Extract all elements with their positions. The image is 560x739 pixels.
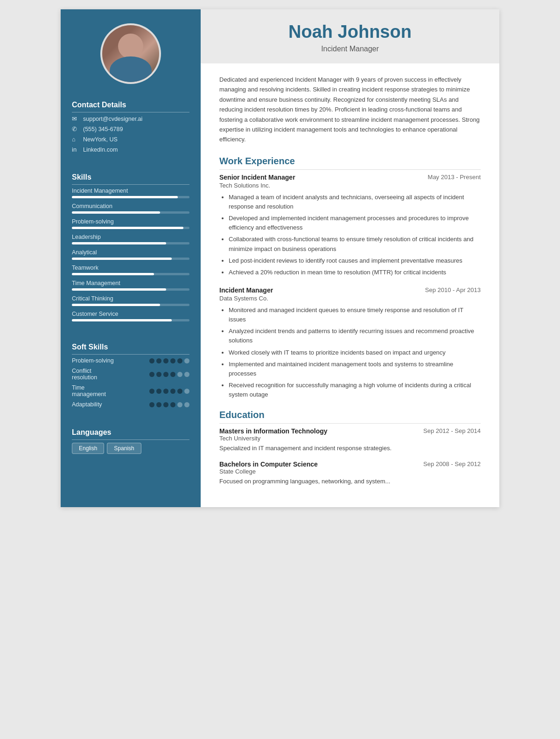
- work-bullet: Developed and implemented incident manag…: [229, 214, 481, 232]
- summary: Dedicated and experienced Incident Manag…: [219, 75, 481, 145]
- skill-name: Time Management: [72, 280, 189, 286]
- work-bullet: Received recognition for successfully ma…: [229, 381, 481, 399]
- dot: [163, 358, 168, 363]
- dot: [149, 402, 154, 407]
- work-company: Tech Solutions Inc.: [219, 182, 481, 189]
- work-date: Sep 2010 - Apr 2013: [425, 286, 481, 293]
- edu-entry: Bachelors in Computer Science Sep 2008 -…: [219, 460, 481, 486]
- dot: [163, 389, 168, 394]
- dot: [170, 358, 175, 363]
- work-bullet: Managed a team of incident analysts and …: [229, 193, 481, 211]
- skill-bar-fill: [72, 288, 166, 291]
- avatar-section: [61, 9, 201, 93]
- main-body: Dedicated and experienced Incident Manag…: [201, 63, 499, 507]
- skill-bar-bg: [72, 319, 189, 321]
- work-bullets: Managed a team of incident analysts and …: [219, 193, 481, 277]
- candidate-name: Noah Johnson: [219, 22, 481, 42]
- jobs-list: Senior Incident Manager May 2013 - Prese…: [219, 174, 481, 399]
- work-bullet: Collaborated with cross-functional teams…: [229, 235, 481, 253]
- soft-skill-name: Conflictresolution: [72, 368, 149, 381]
- soft-skills-section: Soft Skills Problem-solving Conflictreso…: [61, 343, 201, 421]
- skill-name: Critical Thinking: [72, 295, 189, 302]
- dot: [177, 389, 182, 394]
- dot: [177, 358, 182, 363]
- edu-entry: Masters in Information Technology Sep 20…: [219, 427, 481, 453]
- dot: [177, 372, 182, 377]
- work-title: Senior Incident Manager: [219, 174, 295, 181]
- skill-item: Time Management: [72, 280, 189, 291]
- dots-container: [149, 372, 189, 377]
- skill-bar-bg: [72, 273, 189, 275]
- candidate-title: Incident Manager: [219, 45, 481, 53]
- skill-bar-fill: [72, 273, 154, 275]
- skill-bar-bg: [72, 304, 189, 306]
- avatar-image: [102, 25, 159, 82]
- work-bullet: Led post-incident reviews to identify ro…: [229, 256, 481, 265]
- dots-container: [149, 358, 189, 363]
- soft-skills-list: Problem-solving Conflictresolution Timem…: [72, 357, 189, 408]
- dot: [170, 389, 175, 394]
- edu-school: State College: [219, 468, 481, 475]
- skill-bar-fill: [72, 227, 183, 229]
- skill-name: Problem-solving: [72, 218, 189, 225]
- edu-degree: Bachelors in Computer Science: [219, 460, 318, 468]
- skill-item: Teamwork: [72, 265, 189, 275]
- skill-name: Communication: [72, 203, 189, 209]
- education-section: Education Masters in Information Technol…: [219, 410, 481, 486]
- skill-item: Critical Thinking: [72, 295, 189, 306]
- dot: [184, 372, 189, 377]
- dot: [170, 372, 175, 377]
- avatar: [100, 23, 161, 84]
- dot: [170, 402, 175, 407]
- dot: [156, 372, 161, 377]
- skills-list: Incident Management Communication Proble…: [72, 188, 189, 321]
- skill-item: Incident Management: [72, 188, 189, 198]
- soft-skill-item: Timemanagement: [72, 384, 189, 397]
- work-bullet: Monitored and managed incident queues to…: [229, 306, 481, 324]
- edu-school: Tech University: [219, 435, 481, 442]
- work-header: Senior Incident Manager May 2013 - Prese…: [219, 174, 481, 181]
- education-list: Masters in Information Technology Sep 20…: [219, 427, 481, 486]
- dot: [156, 358, 161, 363]
- header-section: Noah Johnson Incident Manager: [201, 9, 499, 63]
- email-icon: ✉: [72, 115, 79, 122]
- dot: [149, 372, 154, 377]
- work-bullet: Achieved a 20% reduction in mean time to…: [229, 268, 481, 277]
- dot: [184, 402, 189, 407]
- skill-item: Leadership: [72, 234, 189, 244]
- dot: [184, 358, 189, 363]
- skill-bar-fill: [72, 242, 166, 244]
- dot: [177, 402, 182, 407]
- dots-container: [149, 389, 189, 394]
- skill-name: Incident Management: [72, 188, 189, 194]
- skill-name: Leadership: [72, 234, 189, 240]
- linkedin-icon: in: [72, 146, 79, 153]
- work-entry: Senior Incident Manager May 2013 - Prese…: [219, 174, 481, 277]
- work-bullet: Analyzed incident trends and patterns to…: [229, 327, 481, 345]
- work-bullets: Monitored and managed incident queues to…: [219, 306, 481, 399]
- edu-header: Masters in Information Technology Sep 20…: [219, 427, 481, 435]
- skill-item: Problem-solving: [72, 218, 189, 229]
- dot: [149, 389, 154, 394]
- contact-phone: ✆ (555) 345-6789: [72, 125, 189, 132]
- edu-desc: Specialized in IT management and inciden…: [219, 444, 481, 453]
- contact-location: ⌂ NewYork, US: [72, 136, 189, 143]
- edu-date: Sep 2008 - Sep 2012: [423, 460, 481, 467]
- soft-skill-name: Adaptability: [72, 401, 149, 408]
- soft-skill-name: Timemanagement: [72, 384, 149, 397]
- skill-bar-fill: [72, 196, 178, 198]
- work-title: Incident Manager: [219, 286, 273, 294]
- edu-header: Bachelors in Computer Science Sep 2008 -…: [219, 460, 481, 468]
- skill-bar-fill: [72, 258, 172, 260]
- resume-container: Contact Details ✉ support@cvdesigner.ai …: [61, 9, 499, 507]
- dot: [163, 402, 168, 407]
- skill-bar-bg: [72, 196, 189, 198]
- skill-bar-fill: [72, 211, 160, 214]
- skill-bar-bg: [72, 288, 189, 291]
- skill-item: Customer Service: [72, 311, 189, 321]
- language-tag: Spanish: [107, 443, 141, 454]
- language-tag: English: [72, 443, 104, 454]
- contact-section: Contact Details ✉ support@cvdesigner.ai …: [61, 101, 201, 166]
- skill-bar-fill: [72, 319, 172, 321]
- location-icon: ⌂: [72, 136, 79, 143]
